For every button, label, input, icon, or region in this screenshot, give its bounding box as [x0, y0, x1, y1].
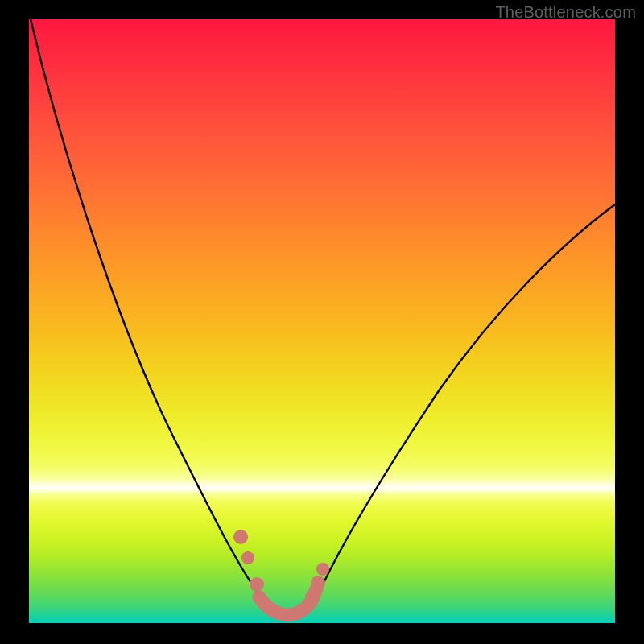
marker-dot [233, 530, 248, 544]
marker-dot [242, 551, 254, 564]
marker-dot [311, 576, 325, 590]
marker-dot [316, 563, 329, 576]
chart-frame: TheBottleneck.com [0, 0, 644, 644]
plot-area [29, 19, 615, 623]
marker-dot [305, 590, 320, 605]
bottleneck-curve [31, 19, 615, 613]
curve-layer [29, 19, 615, 623]
marker-group [233, 530, 329, 615]
marker-dot [250, 577, 264, 592]
